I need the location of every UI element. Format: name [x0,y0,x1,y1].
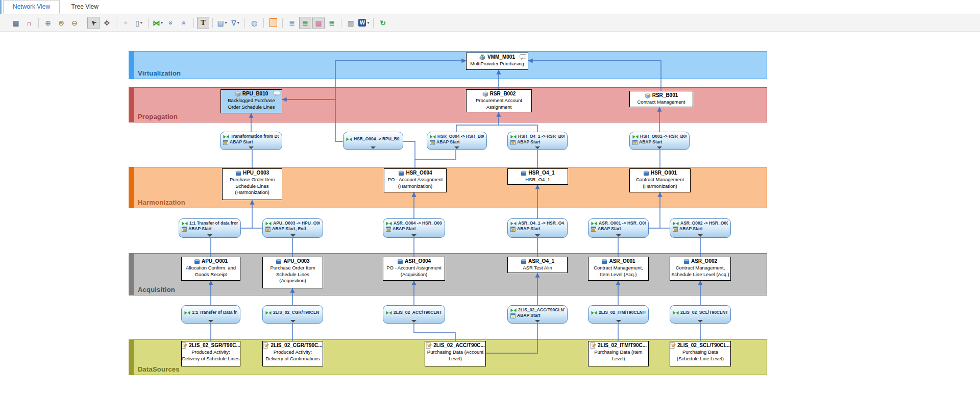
node-asr2[interactable]: ASR_O002Contract Management,Schedule Lin… [670,257,731,281]
node-hsr1[interactable]: HSR_O001Contract Management(Harmonizatio… [629,168,691,192]
transform-v2[interactable]: 2LIS_02_CGR/T90CLNT090 ->... [262,305,323,324]
node-rsrb001[interactable]: RSR_B001Contract Management [629,91,693,107]
node-hsr4[interactable]: HSR_O004PO - Account Assignment(Harmoniz… [384,168,447,192]
abap-routine-icon [510,313,516,318]
expand-chevron-icon[interactable] [290,234,296,237]
expand-chevron-icon[interactable] [207,234,212,237]
node-ds3[interactable]: 2LIS_02_ACC/T90C...Purchasing Data (Acco… [425,341,486,366]
zoom-out-tool[interactable]: ⊖ [68,17,81,29]
columns-tool[interactable]: ▥ [345,17,357,29]
select-pointer-tool[interactable]: ➤ [87,17,100,29]
transform-u3[interactable]: ASR_O004 -> HSR_O004ABAP Start [383,218,445,238]
node-asr41[interactable]: ASR_O4_1ASR Test Alin [507,257,568,273]
transformation-icon [510,308,517,312]
transform-title: 1:1 Transfer of Data from 2LIS... [192,310,237,315]
collapse-all-tool[interactable]: » [165,17,177,29]
magic-wand-tool[interactable]: ✦ [119,17,132,29]
node-hpu[interactable]: HPU_O003Purchase Order ItemSchedule Line… [222,168,282,200]
word-export-tool[interactable]: W▾ [358,17,370,29]
tab-network-view[interactable]: Network View [3,0,60,14]
node-rpu[interactable]: RPU_B010Backlogged PurchaseOrder Schedul… [220,89,282,113]
node-apu3[interactable]: APU_O003Purchase Order ItemSchedule Line… [262,257,323,288]
zoom-out-tool-icon: ⊖ [71,17,78,29]
transform-v5[interactable]: 2LIS_02_ITM/T90CLNT090 ->... [588,305,649,324]
expand-chevron-icon[interactable] [411,320,416,323]
comment-icon[interactable] [520,54,526,60]
transform-v4[interactable]: 2LIS_02_ACC/T90CLNT090 ->...ABAP Start [507,305,568,324]
refresh-tool[interactable]: ↻ [377,17,389,29]
zoom-in-tool[interactable]: ⊕ [42,17,54,29]
node-ds5[interactable]: 2LIS_02_SCL/T90CL...Purchasing Data(Sche… [670,341,731,366]
expand-chevron-icon[interactable] [657,146,662,149]
show-layers-tool[interactable]: ≣ [299,17,311,29]
transform-t0[interactable]: Transformation from DSO HP...ABAP Start [220,132,282,150]
ruler-tool-dropdown[interactable]: ▾ [140,17,142,29]
app-root: Network View Tree View ▦∩⊕⊜⊖➤✥✦▯▾⋈▾»«T▤▾… [0,0,980,394]
expand-chevron-icon[interactable] [411,234,416,237]
filter-tool-dropdown[interactable]: ▾ [237,17,239,29]
transform-u1[interactable]: 1:1 Transfer of data from APU...ABAP Sta… [179,218,241,238]
transformation-icon [182,221,188,226]
transformation-icon [510,135,517,139]
expand-chevron-icon[interactable] [454,146,459,149]
expand-chevron-icon[interactable] [208,320,213,323]
expand-chevron-icon[interactable] [616,320,621,323]
filter-tool[interactable]: ∇▾ [229,17,241,29]
transform-tr1[interactable]: HSR_O004 -> RPU_B010 [343,132,403,150]
transformation-tool-dropdown[interactable]: ▾ [161,17,163,29]
node-ds2[interactable]: 2LIS_02_CGR/T90C...Produced Activity:Del… [262,341,323,366]
node-ds4[interactable]: 2LIS_02_ITM/T90C...Purchasing Data (Item… [588,341,649,366]
table-search-tool[interactable]: ▤▾ [216,17,228,29]
pan-tool[interactable]: ✥ [101,17,113,29]
transform-v3[interactable]: 2LIS_02_ACC/T90CLNT090 ->... [383,305,445,324]
expand-chevron-icon[interactable] [535,320,540,323]
paint-can-tool[interactable]: ◍ [248,17,260,29]
transform-tr3[interactable]: HSR_O4_1 -> RSR_B002ABAP Start [507,132,568,150]
expand-chevron-icon[interactable] [698,320,703,323]
snap-magnet-tool[interactable]: ∩ [23,17,35,29]
comment-icon[interactable] [274,91,280,96]
grid-tool[interactable]: ▦ [10,17,22,29]
transform-u2[interactable]: APU_O003 -> HPU_O003ABAP Start, End [262,218,323,238]
word-export-tool-dropdown[interactable]: ▾ [367,17,369,29]
node-ds1[interactable]: 2LIS_02_SGR/T90C...Produced Activity:Del… [181,341,240,366]
transform-u6[interactable]: ASR_O002 -> HSR_O001ABAP Start [670,218,731,238]
connector-ds3-to-v3 [414,324,455,341]
move-layer-tool[interactable]: ≣ [326,17,338,29]
transform-v1[interactable]: 1:1 Transfer of Data from 2LIS... [181,305,240,324]
highlight-color-tool[interactable] [267,17,279,29]
node-asr1[interactable]: ASR_O001Contract Management,Item Level (… [588,257,649,281]
expand-chevron-icon[interactable] [535,146,540,149]
expand-chevron-icon[interactable] [249,146,254,149]
transform-u5[interactable]: ASR_O001 -> HSR_O001ABAP Start [588,218,649,238]
transform-u4[interactable]: ASR_O4_1 -> HSR_O4_1ABAP Start [507,218,568,238]
transform-v6[interactable]: 2LIS_02_SCL/T90CLNT090 ->... [670,305,731,324]
table-search-tool-dropdown[interactable]: ▾ [225,17,227,29]
expand-chevron-icon[interactable] [616,234,621,237]
connector-hsr4-to-tr1 [403,141,415,168]
ruler-tool[interactable]: ▯▾ [133,17,145,29]
node-apu1[interactable]: APU_O001Allocation Confirm. andGoods Rec… [181,257,240,281]
node-asr4[interactable]: ASR_O004PO - Account Assignment(Acquisit… [383,257,445,281]
node-rsrb002[interactable]: RSR_B002Procurement AccountAssignment [466,89,532,112]
node-hsr41[interactable]: HSR_O4_1HSR_O4_1 [507,168,568,185]
layer-band-virtualization: Virtualization [129,51,767,79]
expand-chevron-icon[interactable] [371,146,376,149]
edit-layers-tool[interactable]: ≣ [286,17,298,29]
node-vmm[interactable]: VMM_M001MultiProvider Purchasing [466,53,528,70]
transform-tr2[interactable]: HSR_O004 -> RSR_B002ABAP Start [427,132,487,150]
text-tool[interactable]: T [197,17,209,29]
zoom-fit-tool[interactable]: ⊜ [55,17,67,29]
transform-title: HSR_O004 -> RSR_B002 [437,134,484,139]
node-subtitle-line: Schedule Lines [223,183,282,190]
expand-chevron-icon[interactable] [535,234,540,237]
expand-chevron-icon[interactable] [290,320,296,323]
expand-all-tool[interactable]: « [178,17,190,29]
expand-chevron-icon[interactable] [698,234,703,237]
transformation-tool[interactable]: ⋈▾ [152,17,164,29]
layer-accent-harmonization [129,167,134,208]
node-title-row: ASR_O001 [589,258,648,265]
layer-colors-tool[interactable]: ▦ [312,17,325,29]
tab-tree-view[interactable]: Tree View [62,1,108,13]
transform-tr4[interactable]: HSR_O001 -> RSR_B001ABAP Start [629,132,690,150]
